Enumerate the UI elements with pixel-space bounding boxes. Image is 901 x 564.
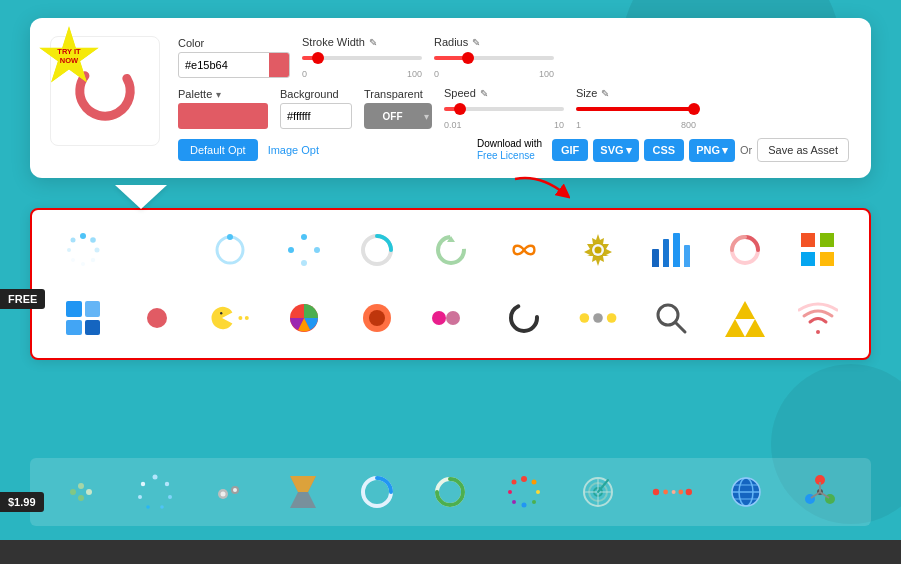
transparent-toggle[interactable]: OFF ▾ <box>364 103 432 129</box>
red-arrow <box>510 174 570 208</box>
icon-dot-red[interactable] <box>122 288 192 348</box>
icons-section: FREE <box>30 208 871 370</box>
stroke-group: Stroke Width ✎ 0 100 <box>302 36 422 79</box>
icon-triforce[interactable] <box>710 288 780 348</box>
svg-point-12 <box>301 234 307 240</box>
icon-spinner-dots[interactable] <box>48 220 118 280</box>
svg-button[interactable]: SVG ▾ <box>593 139 638 162</box>
icon-gears[interactable] <box>194 462 264 522</box>
icon-arc-dots[interactable] <box>489 462 559 522</box>
icon-circle-dots[interactable] <box>120 462 190 522</box>
icon-ring-dark[interactable] <box>489 288 559 348</box>
icon-dots-yellow[interactable] <box>563 288 633 348</box>
stroke-slider[interactable] <box>302 51 422 65</box>
color-input-wrap[interactable] <box>178 52 290 78</box>
svg-point-43 <box>86 489 92 495</box>
icon-dots-pink[interactable] <box>416 288 486 348</box>
icon-gear[interactable] <box>563 220 633 280</box>
icon-ring-blue[interactable] <box>342 462 412 522</box>
icon-arc-spin[interactable] <box>342 220 412 280</box>
download-buttons: GIF SVG ▾ CSS PNG ▾ Or Save as Asset <box>552 138 849 162</box>
speed-min: 0.01 <box>444 120 462 130</box>
palette-dropdown-icon[interactable]: ▾ <box>216 89 221 100</box>
paid-row-section: $1.99 <box>30 458 871 526</box>
svg-point-44 <box>78 495 84 501</box>
svg-point-11 <box>227 234 233 240</box>
size-edit-icon[interactable]: ✎ <box>601 88 609 99</box>
icon-arc-green[interactable] <box>415 462 485 522</box>
size-slider[interactable] <box>576 102 696 116</box>
svg-point-42 <box>78 483 84 489</box>
svg-point-67 <box>512 480 517 485</box>
save-asset-button[interactable]: Save as Asset <box>757 138 849 162</box>
svg-point-24 <box>220 312 222 314</box>
radius-group: Radius ✎ 0 100 <box>434 36 554 79</box>
svg-point-15 <box>288 247 294 253</box>
default-opt-button[interactable]: Default Opt <box>178 139 258 161</box>
stroke-edit-icon[interactable]: ✎ <box>369 37 377 48</box>
svg-point-8 <box>67 248 71 252</box>
background-label: Background <box>280 88 352 100</box>
free-row-1 <box>48 220 853 280</box>
speed-slider[interactable] <box>444 102 564 116</box>
icon-tiny-dots[interactable] <box>46 462 116 522</box>
svg-point-65 <box>512 500 516 504</box>
svg-point-55 <box>233 488 237 492</box>
png-dropdown-icon: ▾ <box>722 144 728 157</box>
icon-circle-orange[interactable] <box>342 288 412 348</box>
radius-max: 100 <box>539 69 554 79</box>
speed-edit-icon[interactable]: ✎ <box>480 88 488 99</box>
png-button[interactable]: PNG ▾ <box>689 139 735 162</box>
size-group: Size ✎ 1 800 <box>576 87 696 130</box>
radius-slider[interactable] <box>434 51 554 65</box>
svg-dropdown-icon: ▾ <box>626 144 632 157</box>
background-input[interactable] <box>281 108 351 124</box>
icon-pacman[interactable] <box>195 288 265 348</box>
svg-point-23 <box>147 308 167 328</box>
icon-circle-outline[interactable] <box>195 220 265 280</box>
svg-point-66 <box>508 490 512 494</box>
svg-point-41 <box>70 489 76 495</box>
color-input[interactable] <box>179 57 269 73</box>
color-swatch[interactable] <box>269 52 289 78</box>
icon-hourglass[interactable] <box>268 462 338 522</box>
image-opt-button[interactable]: Image Opt <box>268 144 319 156</box>
icon-dots-rotate[interactable] <box>269 220 339 280</box>
icon-ring-refresh[interactable] <box>416 220 486 280</box>
download-label-line2: Free License <box>477 150 535 161</box>
svg-point-10 <box>217 237 243 263</box>
speed-max: 10 <box>554 120 564 130</box>
svg-point-31 <box>446 311 460 325</box>
icon-wifi[interactable] <box>783 288 853 348</box>
icon-fidget[interactable] <box>785 462 855 522</box>
svg-point-62 <box>536 490 540 494</box>
css-button[interactable]: CSS <box>644 139 685 161</box>
background-group: Background <box>280 88 352 129</box>
palette-swatch[interactable] <box>178 103 268 129</box>
radius-edit-icon[interactable]: ✎ <box>472 37 480 48</box>
controls-area: Color Stroke Width ✎ <box>178 36 849 162</box>
icon-globe[interactable] <box>711 462 781 522</box>
gif-button[interactable]: GIF <box>552 139 588 161</box>
icon-infinity[interactable] <box>489 220 559 280</box>
icon-magnify[interactable] <box>636 288 706 348</box>
transparent-label: Transparent <box>364 88 432 100</box>
color-group: Color <box>178 37 290 78</box>
icon-radar[interactable] <box>563 462 633 522</box>
svg-point-4 <box>95 248 100 253</box>
icon-bars[interactable] <box>636 220 706 280</box>
icon-ms-logo[interactable] <box>783 220 853 280</box>
icon-spinner-red[interactable] <box>710 220 780 280</box>
icon-grid-blue[interactable] <box>48 288 118 348</box>
icon-dots-line[interactable] <box>637 462 707 522</box>
icon-pie[interactable] <box>269 288 339 348</box>
background-input-wrap[interactable] <box>280 103 352 129</box>
palette-label: Palette <box>178 88 212 100</box>
svg-point-33 <box>579 313 589 323</box>
icon-crescent[interactable] <box>122 220 192 280</box>
size-max: 800 <box>681 120 696 130</box>
svg-point-21 <box>594 247 601 254</box>
download-label: Download with Free License <box>477 138 542 162</box>
speed-label: Speed <box>444 87 476 99</box>
svg-point-54 <box>220 492 225 497</box>
